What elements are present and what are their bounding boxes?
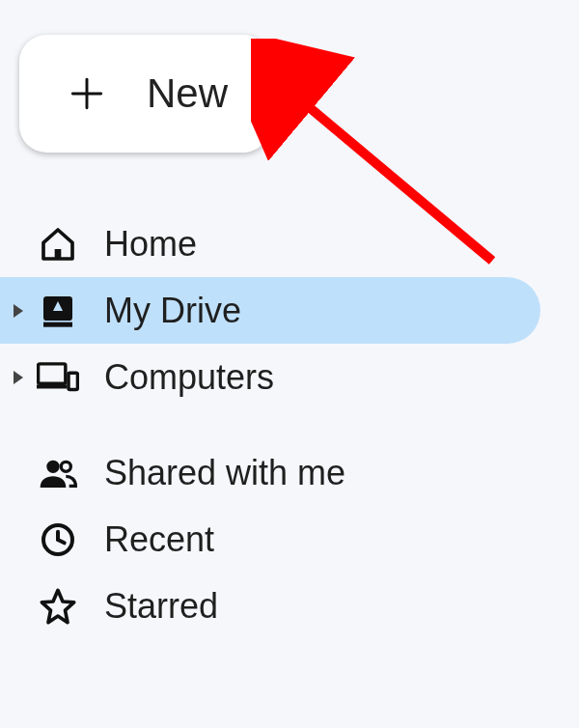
chevron-right-icon [14,304,23,318]
sidebar-item-recent[interactable]: Recent [0,506,540,573]
svg-point-8 [46,460,59,472]
sidebar-item-label: Computers [104,357,274,398]
sidebar-item-label: Recent [104,519,214,560]
sidebar-item-computers[interactable]: Computers [0,344,540,410]
home-icon [29,225,87,264]
svg-line-12 [58,540,65,543]
sidebar-nav: Home My Drive Computers [0,210,540,639]
star-icon [29,587,87,626]
drive-icon [29,292,87,330]
people-icon [29,454,87,492]
sidebar-item-my-drive[interactable]: My Drive [0,277,540,344]
chevron-right-icon [14,371,23,384]
sidebar-item-shared[interactable]: Shared with me [0,439,540,506]
sidebar-item-label: Starred [104,586,218,627]
new-button[interactable]: New [19,35,270,153]
sidebar-item-starred[interactable]: Starred [0,573,540,639]
svg-rect-2 [55,249,62,259]
svg-rect-4 [43,322,72,326]
sidebar-item-label: My Drive [104,291,241,331]
sidebar-item-home[interactable]: Home [0,210,540,277]
computers-icon [29,358,87,397]
plus-icon [66,72,108,115]
sidebar-item-label: Home [104,224,197,265]
svg-rect-7 [69,373,77,389]
svg-rect-5 [39,363,66,382]
clock-icon [29,520,87,559]
expand-toggle[interactable] [0,371,29,384]
sidebar-item-label: Shared with me [104,453,345,493]
section-divider [0,410,540,439]
new-button-label: New [147,70,228,117]
svg-point-9 [61,462,70,471]
expand-toggle[interactable] [0,304,29,318]
